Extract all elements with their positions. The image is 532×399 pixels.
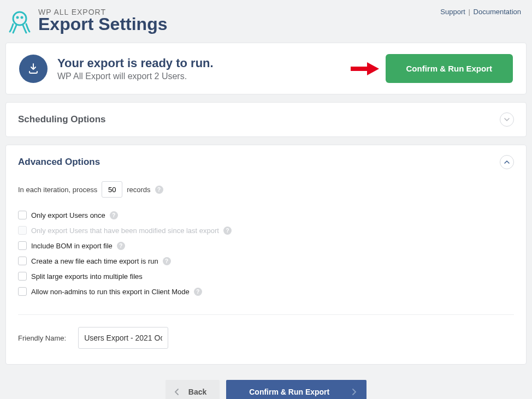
footer-bar: Back Confirm & Run Export bbox=[5, 380, 527, 399]
help-icon[interactable]: ? bbox=[110, 211, 118, 219]
options-list: Only export Users once?Only export Users… bbox=[18, 207, 514, 299]
help-icon[interactable]: ? bbox=[117, 242, 125, 250]
friendly-name-input[interactable] bbox=[78, 327, 168, 349]
confirm-run-export-button[interactable]: Confirm & Run Export bbox=[386, 54, 513, 83]
option-label: Only export Users once bbox=[31, 211, 105, 219]
documentation-link[interactable]: Documentation bbox=[474, 8, 521, 16]
ready-title: Your export is ready to run. bbox=[57, 56, 214, 70]
ready-left: Your export is ready to run. WP All Expo… bbox=[19, 55, 214, 83]
svg-marker-4 bbox=[367, 62, 379, 75]
option-row: Create a new file each time export is ru… bbox=[18, 253, 514, 269]
red-arrow-icon bbox=[351, 62, 379, 76]
svg-rect-3 bbox=[351, 67, 367, 71]
page-header: WP ALL EXPORT Export Settings Support | … bbox=[5, 8, 527, 43]
advanced-body: In each iteration, process records ? Onl… bbox=[6, 179, 526, 364]
option-row: Allow non-admins to run this export in C… bbox=[18, 284, 514, 299]
chevron-up-icon[interactable] bbox=[500, 155, 514, 169]
support-link[interactable]: Support bbox=[440, 8, 465, 16]
chevron-left-icon bbox=[174, 388, 180, 396]
checkbox[interactable] bbox=[18, 287, 27, 296]
chevron-down-icon[interactable] bbox=[500, 112, 514, 127]
scheduling-panel: Scheduling Options bbox=[5, 102, 527, 137]
checkbox[interactable] bbox=[18, 272, 27, 281]
page-title: Export Settings bbox=[38, 15, 167, 34]
checkbox[interactable] bbox=[18, 257, 27, 265]
advanced-title: Advanced Options bbox=[18, 157, 100, 168]
svg-point-2 bbox=[21, 16, 23, 19]
checkbox[interactable] bbox=[18, 211, 27, 219]
friendly-name-label: Friendly Name: bbox=[18, 334, 66, 342]
scheduling-head[interactable]: Scheduling Options bbox=[6, 103, 526, 136]
option-label: Only export Users that have been modifie… bbox=[31, 227, 219, 235]
iteration-prefix: In each iteration, process bbox=[18, 186, 97, 194]
option-row: Split large exports into multiple files bbox=[18, 269, 514, 284]
advanced-head[interactable]: Advanced Options bbox=[6, 145, 526, 179]
iteration-suffix: records bbox=[127, 186, 150, 194]
help-icon[interactable]: ? bbox=[163, 257, 171, 265]
divider bbox=[18, 314, 514, 315]
header-links: Support | Documentation bbox=[440, 8, 521, 16]
ready-subtitle: WP All Export will export 2 Users. bbox=[57, 72, 214, 81]
confirm-run-export-footer-button[interactable]: Confirm & Run Export bbox=[226, 380, 367, 399]
chevron-right-icon bbox=[351, 388, 357, 396]
back-label: Back bbox=[188, 388, 206, 396]
ready-panel: Your export is ready to run. WP All Expo… bbox=[5, 43, 527, 94]
iteration-row: In each iteration, process records ? bbox=[18, 181, 514, 198]
option-label: Allow non-admins to run this export in C… bbox=[31, 288, 190, 296]
option-row: Only export Users once? bbox=[18, 207, 514, 223]
help-icon[interactable]: ? bbox=[223, 227, 232, 235]
ready-right: Confirm & Run Export bbox=[351, 54, 513, 83]
option-label: Include BOM in export file bbox=[31, 242, 113, 250]
option-label: Create a new file each time export is ru… bbox=[31, 257, 158, 265]
option-row: Only export Users that have been modifie… bbox=[18, 223, 514, 238]
friendly-name-row: Friendly Name: bbox=[18, 327, 514, 349]
svg-point-0 bbox=[13, 12, 26, 25]
checkbox bbox=[18, 226, 27, 235]
separator: | bbox=[469, 8, 470, 16]
svg-point-1 bbox=[16, 16, 19, 19]
iteration-input[interactable] bbox=[102, 181, 122, 198]
option-label: Split large exports into multiple files bbox=[31, 272, 143, 281]
back-button[interactable]: Back bbox=[165, 380, 220, 399]
confirm-label: Confirm & Run Export bbox=[249, 388, 329, 396]
help-icon[interactable]: ? bbox=[155, 186, 163, 194]
advanced-panel: Advanced Options In each iteration, proc… bbox=[5, 145, 527, 365]
download-icon bbox=[19, 55, 48, 83]
checkbox[interactable] bbox=[18, 241, 27, 250]
header-left: WP ALL EXPORT Export Settings bbox=[7, 8, 167, 35]
help-icon[interactable]: ? bbox=[194, 288, 202, 296]
scheduling-title: Scheduling Options bbox=[18, 114, 106, 125]
app-logo-icon bbox=[7, 9, 33, 35]
option-row: Include BOM in export file? bbox=[18, 238, 514, 253]
